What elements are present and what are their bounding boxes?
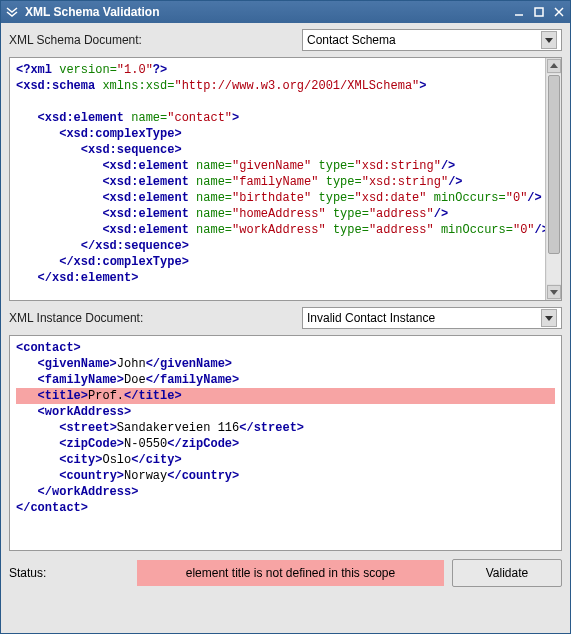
instance-combo-value: Invalid Contact Instance — [307, 311, 541, 325]
svg-marker-6 — [550, 290, 558, 295]
validate-button[interactable]: Validate — [452, 559, 562, 587]
svg-rect-1 — [535, 8, 543, 16]
schema-label: XML Schema Document: — [9, 33, 294, 47]
chevron-down-icon — [541, 31, 557, 49]
validate-button-label: Validate — [486, 566, 528, 580]
window-title: XML Schema Validation — [25, 5, 512, 19]
app-icon — [5, 5, 19, 19]
instance-code-view[interactable]: <contact> <givenName>John</givenName> <f… — [10, 336, 561, 550]
status-row: Status: element title is not defined in … — [9, 559, 562, 587]
schema-combo[interactable]: Contact Schema — [302, 29, 562, 51]
minimize-button[interactable] — [512, 5, 526, 19]
schema-scrollbar[interactable] — [545, 58, 561, 300]
svg-marker-7 — [545, 316, 553, 321]
schema-code-view[interactable]: <?xml version="1.0"?><xsd:schema xmlns:x… — [10, 58, 545, 300]
schema-pane: <?xml version="1.0"?><xsd:schema xmlns:x… — [9, 57, 562, 301]
window: XML Schema Validation XML Schema Documen… — [0, 0, 571, 634]
client-area: XML Schema Document: Contact Schema <?xm… — [1, 23, 570, 633]
status-label: Status: — [9, 566, 129, 580]
close-button[interactable] — [552, 5, 566, 19]
scroll-down-icon[interactable] — [547, 285, 561, 299]
instance-row: XML Instance Document: Invalid Contact I… — [9, 307, 562, 329]
instance-label: XML Instance Document: — [9, 311, 294, 325]
maximize-button[interactable] — [532, 5, 546, 19]
schema-row: XML Schema Document: Contact Schema — [9, 29, 562, 51]
scroll-up-icon[interactable] — [547, 59, 561, 73]
svg-marker-4 — [545, 38, 553, 43]
chevron-down-icon — [541, 309, 557, 327]
scroll-track[interactable] — [547, 74, 561, 284]
svg-marker-5 — [550, 63, 558, 68]
titlebar[interactable]: XML Schema Validation — [1, 1, 570, 23]
instance-pane: <contact> <givenName>John</givenName> <f… — [9, 335, 562, 551]
status-message: element title is not defined in this sco… — [137, 560, 444, 586]
instance-combo[interactable]: Invalid Contact Instance — [302, 307, 562, 329]
scroll-thumb[interactable] — [548, 75, 560, 254]
window-controls — [512, 5, 566, 19]
schema-combo-value: Contact Schema — [307, 33, 541, 47]
